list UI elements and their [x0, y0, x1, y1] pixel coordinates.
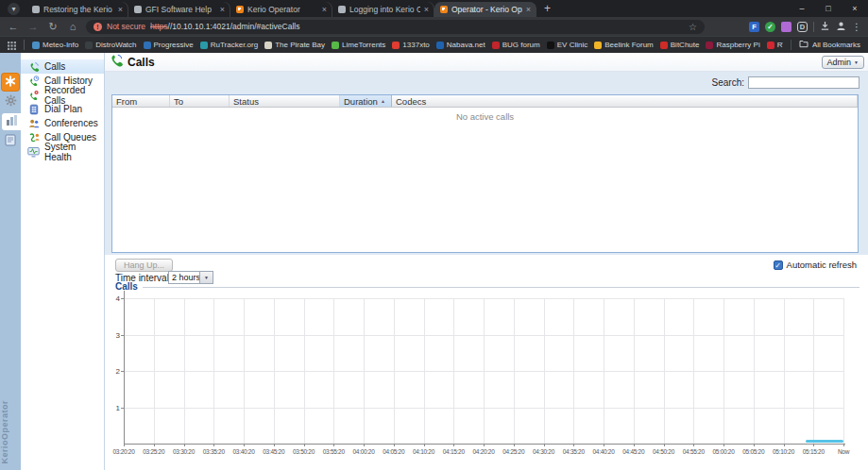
address-bar[interactable]: ! Not secure https//10.10.10.1:4021/admi… [86, 20, 705, 34]
x-tick-label: 04:10:20 [408, 448, 440, 455]
security-chip[interactable]: Not secure [107, 22, 145, 31]
tab-close-icon[interactable]: × [322, 5, 327, 14]
tab-close-icon[interactable]: × [424, 5, 429, 14]
all-bookmarks-button[interactable]: All Bookmarks [791, 40, 860, 50]
combo-arrow-icon[interactable]: ▼ [199, 272, 213, 283]
browser-tab[interactable]: Logging into Kerio Operator A...× [332, 2, 434, 17]
legend-divider [143, 287, 859, 288]
x-tick-mark [394, 444, 395, 446]
bookmark-favicon [767, 42, 774, 49]
x-tick-label: 05:15:20 [797, 448, 829, 455]
sidebar-item-label: Dial Plan [44, 104, 82, 114]
nav-strip-item-favorites[interactable] [2, 74, 19, 91]
admin-menu-button[interactable]: Admin ▼ [822, 56, 864, 69]
x-tick-mark [843, 444, 844, 446]
x-tick-label: 03:50:20 [288, 448, 320, 455]
bookmark-item-bug-forum[interactable]: BUG forum [492, 41, 540, 49]
x-tick-mark [813, 444, 814, 446]
bookmark-item-limetorrents[interactable]: LimeTorrents [332, 41, 385, 49]
url-rest: //10.10.10.1:4021/admin/#activeCalls [168, 22, 300, 31]
close-window-button[interactable]: × [842, 4, 868, 13]
bookmark-item-ev-clinic[interactable]: EV Clinic [547, 41, 587, 49]
bookmark-label: LimeTorrents [342, 41, 385, 49]
column-header-duration[interactable]: Duration▲ [340, 95, 392, 107]
gear-icon [5, 93, 17, 110]
browser-tab[interactable]: Operator - Kerio Operator Adm...× [434, 2, 536, 17]
tab-search-icon[interactable]: ▾ [8, 3, 20, 15]
bookmark-star-icon[interactable]: ☆ [689, 22, 697, 32]
sidebar-item-calls[interactable]: Calls [21, 59, 104, 74]
profile-avatar-icon[interactable] [836, 18, 846, 35]
tab-title: Kerio Operator [247, 5, 318, 14]
browser-tab[interactable]: Restoring the Kerio Operator ...× [26, 2, 128, 17]
extension-chat-icon[interactable]: D [797, 22, 808, 32]
health-icon [27, 145, 40, 158]
hang-up-button[interactable]: Hang Up... [115, 259, 173, 272]
browser-menu-icon[interactable]: ⋮ [852, 22, 861, 32]
active-calls-grid: FromToStatusDuration▲Codecs No active ca… [111, 94, 859, 253]
bookmark-item-1337xto[interactable]: 1337xto [392, 41, 429, 49]
x-tick-label: 05:00:20 [707, 448, 740, 455]
column-header-status[interactable]: Status [230, 95, 340, 107]
nav-strip-item-status[interactable] [2, 113, 21, 130]
tab-close-icon[interactable]: × [526, 5, 531, 14]
auto-refresh-checkbox[interactable]: ✓ [774, 260, 783, 270]
time-interval-select[interactable]: 2 hours ▼ [168, 271, 213, 284]
bookmark-item-distrowatch[interactable]: DistroWatch [85, 41, 136, 49]
search-input[interactable] [748, 76, 859, 89]
extension-cluster: F ✓ D ⋮ [749, 18, 861, 35]
reload-icon[interactable]: ↻ [46, 21, 60, 33]
toolbar-divider [813, 22, 814, 32]
back-icon[interactable]: ← [7, 21, 20, 32]
url-text: https//10.10.10.1:4021/admin/#activeCall… [150, 22, 299, 31]
bookmark-item-meteo-info[interactable]: Meteo-Info [32, 41, 78, 49]
chart-icon [6, 113, 18, 130]
bookmark-item-nabava-net[interactable]: Nabava.net [436, 41, 485, 49]
x-tick-mark [693, 444, 694, 446]
nav-strip-item-logs[interactable] [2, 133, 19, 150]
extension-f-icon[interactable]: F [749, 22, 759, 32]
extension-doc-icon[interactable] [781, 22, 791, 32]
bookmark-item-beelink-forum[interactable]: Beelink Forum [594, 41, 654, 49]
bookmark-item-raspberry-pi[interactable]: Raspberry Pi [706, 41, 759, 49]
bookmark-favicon [547, 42, 554, 49]
calls-series-line [806, 440, 843, 443]
bookmark-label: Beelink Forum [604, 41, 654, 49]
x-tick-mark [364, 444, 365, 446]
new-tab-button[interactable]: + [544, 2, 551, 15]
x-tick-mark [124, 444, 125, 446]
maximize-button[interactable]: □ [815, 4, 842, 13]
browser-tab[interactable]: GFI Software Help× [128, 2, 230, 17]
minimize-button[interactable]: – [789, 4, 815, 13]
sidebar-item-conferences[interactable]: Conferences [21, 116, 104, 130]
bookmark-favicon [32, 42, 40, 49]
apps-grid-icon[interactable] [8, 37, 16, 54]
gridline-horizontal [125, 298, 843, 299]
y-tick-mark [121, 298, 124, 299]
sidebar-item-recorded-calls[interactable]: Recorded Calls [21, 88, 104, 102]
downloads-icon[interactable] [820, 18, 830, 35]
extension-shield-icon[interactable]: ✓ [765, 22, 775, 32]
bookmark-item-the-pirate-bay[interactable]: The Pirate Bay [264, 41, 325, 49]
tab-close-icon[interactable]: × [118, 5, 123, 14]
sidebar-item-system-health[interactable]: System Health [21, 144, 104, 159]
bookmark-label: EV Clinic [557, 41, 587, 49]
bookmark-item-progressive[interactable]: Progressive [144, 41, 194, 49]
browser-tab[interactable]: Kerio Operator× [230, 2, 332, 17]
x-tick-mark [664, 444, 665, 446]
tab-close-icon[interactable]: × [220, 5, 225, 14]
security-warning-icon[interactable]: ! [94, 23, 102, 31]
x-tick-label: 04:05:20 [378, 448, 410, 455]
column-label: Duration [344, 96, 378, 107]
bookmark-item-rutracker-org[interactable]: RuTracker.org [200, 41, 258, 49]
column-header-from[interactable]: From [112, 95, 170, 107]
nav-strip-item-configuration[interactable] [2, 93, 19, 110]
bookmark-item-bitchute[interactable]: BitChute [660, 41, 700, 49]
column-header-to[interactable]: To [170, 95, 230, 107]
forward-icon[interactable]: → [26, 21, 40, 32]
sort-asc-icon: ▲ [381, 98, 385, 104]
y-axis [124, 291, 125, 445]
bookmark-item-rtings-com[interactable]: RTINGS.com [767, 41, 783, 49]
column-header-codecs[interactable]: Codecs [392, 95, 858, 107]
home-icon[interactable]: ⌂ [66, 21, 79, 32]
